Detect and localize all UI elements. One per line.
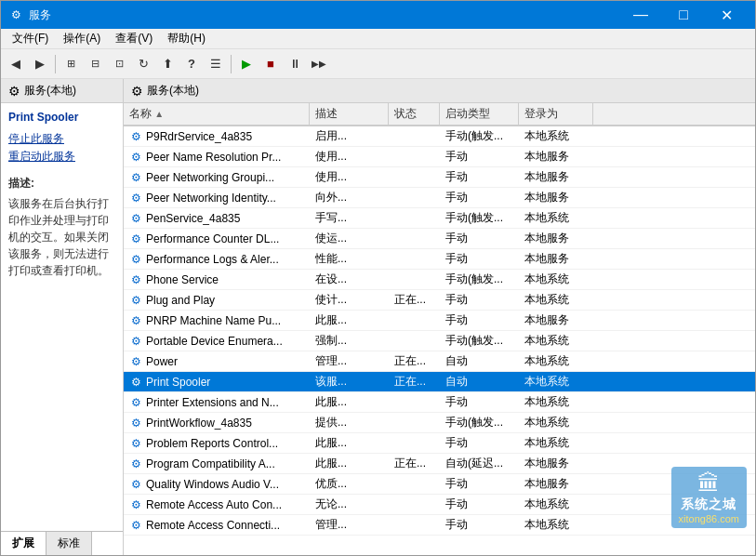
- service-desc-cell: 此服...: [310, 433, 389, 453]
- service-status-cell: [389, 523, 440, 527]
- service-rows-container: ⚙ P9RdrService_4a835 启用... 手动(触发... 本地系统…: [124, 126, 755, 536]
- service-desc-cell: 使用...: [310, 147, 389, 166]
- service-startup-cell: 手动: [440, 167, 519, 187]
- service-icon: ⚙: [129, 192, 142, 205]
- table-row[interactable]: ⚙ Program Compatibility A... 此服... 正在...…: [124, 454, 755, 474]
- table-row[interactable]: ⚙ Power 管理... 正在... 自动 本地系统: [124, 351, 755, 372]
- col-header-status[interactable]: 状态: [389, 103, 440, 125]
- service-icon: ⚙: [129, 232, 142, 245]
- menu-file[interactable]: 文件(F): [5, 29, 56, 48]
- properties-button[interactable]: ☰: [205, 53, 227, 75]
- service-startup-cell: 手动: [440, 495, 519, 514]
- col-header-desc[interactable]: 描述: [310, 103, 389, 125]
- maximize-button[interactable]: □: [662, 1, 705, 29]
- restart-service-link[interactable]: 重启动此服务: [8, 149, 115, 165]
- service-name-text: Peer Networking Groupi...: [146, 171, 274, 184]
- table-row[interactable]: ⚙ Peer Name Resolution Pr... 使用... 手动 本地…: [124, 147, 755, 167]
- tab-standard[interactable]: 标准: [46, 532, 92, 555]
- table-row[interactable]: ⚙ Problem Reports Control... 此服... 手动 本地…: [124, 433, 755, 454]
- refresh-button[interactable]: ↻: [132, 53, 154, 75]
- table-row[interactable]: ⚙ Plug and Play 使计... 正在... 手动 本地系统: [124, 290, 755, 311]
- col-header-startup[interactable]: 启动类型: [440, 103, 519, 125]
- service-status-cell: [389, 421, 440, 425]
- table-row[interactable]: ⚙ Print Spooler 该服... 正在... 自动 本地系统: [124, 372, 755, 392]
- col-header-name[interactable]: 名称 ▲: [124, 103, 310, 125]
- forward-button[interactable]: ▶: [29, 53, 51, 75]
- toolbar-separator-2: [231, 55, 232, 73]
- service-status-cell: [389, 278, 440, 282]
- pause-service-button[interactable]: ⏸: [284, 53, 306, 75]
- service-name-text: Power: [146, 355, 178, 368]
- table-row[interactable]: ⚙ PenService_4a835 手写... 手动(触发... 本地系统: [124, 208, 755, 229]
- table-row[interactable]: ⚙ Performance Logs & Aler... 性能... 手动 本地…: [124, 249, 755, 270]
- table-row[interactable]: ⚙ Remote Access Auto Con... 无论... 手动 本地系…: [124, 495, 755, 515]
- bottom-tabs: 扩展 标准: [1, 531, 123, 555]
- service-icon: ⚙: [129, 253, 142, 266]
- left-panel: ⚙ 服务(本地) Print Spooler 停止此服务 重启动此服务 描述: …: [1, 79, 124, 555]
- service-icon: ⚙: [129, 417, 142, 430]
- stop-service-button[interactable]: ■: [259, 53, 282, 75]
- back-button[interactable]: ◀: [5, 53, 27, 75]
- service-actions: 停止此服务 重启动此服务: [1, 127, 123, 168]
- table-row[interactable]: ⚙ P9RdrService_4a835 启用... 手动(触发... 本地系统: [124, 126, 755, 147]
- service-desc-cell: 此服...: [310, 454, 389, 473]
- title-bar: ⚙ 服务 — □ ✕: [1, 1, 755, 29]
- view2-button[interactable]: ⊟: [84, 53, 106, 75]
- service-name-cell: ⚙ PenService_4a835: [124, 210, 310, 227]
- service-status-cell: [389, 258, 440, 261]
- description-text: 该服务在后台执行打印作业并处理与打印机的交互。如果关闭该服务，则无法进行打印或查…: [1, 195, 123, 279]
- service-name-text: Phone Service: [146, 273, 219, 286]
- right-header-icon: ⚙: [131, 84, 143, 99]
- help-button[interactable]: ?: [180, 53, 203, 75]
- service-name-text: PrintWorkflow_4a835: [146, 417, 252, 430]
- right-panel-header-text: 服务(本地): [147, 83, 199, 99]
- menu-action[interactable]: 操作(A): [56, 29, 108, 48]
- table-row[interactable]: ⚙ PrintWorkflow_4a835 提供... 手动(触发... 本地系…: [124, 413, 755, 433]
- table-row[interactable]: ⚙ Printer Extensions and N... 此服... 手动 本…: [124, 392, 755, 413]
- service-name-text: Portable Device Enumera...: [146, 335, 283, 348]
- service-name-text: Printer Extensions and N...: [146, 396, 279, 409]
- service-icon: ⚙: [129, 437, 142, 450]
- service-status-cell: [389, 442, 440, 445]
- service-name-text: Plug and Play: [146, 294, 215, 307]
- table-row[interactable]: ⚙ Phone Service 在设... 手动(触发... 本地系统: [124, 270, 755, 290]
- service-name-cell: ⚙ Printer Extensions and N...: [124, 394, 310, 411]
- service-startup-cell: 手动(触发...: [440, 331, 519, 351]
- service-name-text: PenService_4a835: [146, 212, 240, 225]
- service-startup-cell: 手动: [440, 229, 519, 248]
- service-name-cell: ⚙ Print Spooler: [124, 374, 310, 391]
- view1-button[interactable]: ⊞: [60, 53, 82, 75]
- service-desc-cell: 性能...: [310, 249, 389, 269]
- service-startup-cell: 手动: [440, 433, 519, 453]
- menu-help[interactable]: 帮助(H): [160, 29, 213, 48]
- table-row[interactable]: ⚙ Performance Counter DL... 使运... 手动 本地服…: [124, 229, 755, 249]
- toolbar: ◀ ▶ ⊞ ⊟ ⊡ ↻ ⬆ ? ☰ ▶ ■ ⏸ ▶▶: [1, 49, 755, 79]
- left-panel-header: ⚙ 服务(本地): [1, 79, 123, 103]
- restart-service-button[interactable]: ▶▶: [308, 53, 330, 75]
- start-service-button[interactable]: ▶: [235, 53, 258, 75]
- menu-view[interactable]: 查看(V): [108, 29, 160, 48]
- table-row[interactable]: ⚙ Peer Networking Groupi... 使用... 手动 本地服…: [124, 167, 755, 188]
- toolbar-separator-1: [55, 55, 56, 73]
- minimize-button[interactable]: —: [619, 1, 662, 29]
- col-header-login[interactable]: 登录为: [519, 103, 593, 125]
- close-button[interactable]: ✕: [705, 1, 748, 29]
- table-row[interactable]: ⚙ PNRP Machine Name Pu... 此服... 手动 本地服务: [124, 311, 755, 331]
- export-button[interactable]: ⬆: [156, 53, 179, 75]
- view3-button[interactable]: ⊡: [108, 53, 130, 75]
- table-row[interactable]: ⚙ Quality Windows Audio V... 优质... 手动 本地…: [124, 474, 755, 495]
- tab-expand[interactable]: 扩展: [1, 532, 46, 555]
- service-login-cell: 本地系统: [519, 392, 593, 412]
- service-login-cell: 本地服务: [519, 474, 593, 494]
- table-row[interactable]: ⚙ Peer Networking Identity... 向外... 手动 本…: [124, 188, 755, 208]
- service-name-cell: ⚙ Portable Device Enumera...: [124, 333, 310, 350]
- service-status-cell: [389, 319, 440, 323]
- service-name-cell: ⚙ Remote Access Auto Con...: [124, 496, 310, 513]
- services-table[interactable]: 名称 ▲ 描述 状态 启动类型 登录为 ⚙ P9RdrService_4a835…: [124, 103, 755, 555]
- table-row[interactable]: ⚙ Remote Access Connecti... 管理... 手动 本地系…: [124, 515, 755, 536]
- service-name-cell: ⚙ Peer Name Resolution Pr...: [124, 149, 310, 165]
- table-row[interactable]: ⚙ Portable Device Enumera... 强制... 手动(触发…: [124, 331, 755, 351]
- service-name-text: PNRP Machine Name Pu...: [146, 314, 281, 327]
- window-title: 服务: [29, 7, 619, 23]
- stop-service-link[interactable]: 停止此服务: [8, 131, 115, 147]
